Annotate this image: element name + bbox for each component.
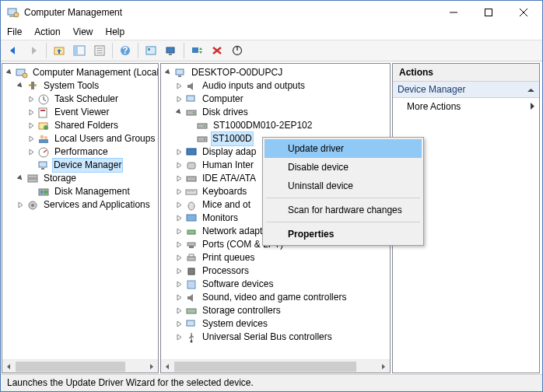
expand-icon[interactable] xyxy=(174,148,184,157)
menu-file[interactable]: File xyxy=(7,26,22,37)
tree-users[interactable]: Local Users and Groups xyxy=(53,132,156,145)
cat-printq[interactable]: Print queues xyxy=(201,251,256,264)
collapse-icon[interactable] xyxy=(16,174,25,184)
cat-sysdev[interactable]: System devices xyxy=(201,317,269,331)
show-hide-tree-button[interactable] xyxy=(70,42,89,59)
context-scan-hardware[interactable]: Scan for hardware changes xyxy=(264,201,422,219)
scrollbar-horizontal[interactable] xyxy=(161,359,390,373)
tree-systools[interactable]: System Tools xyxy=(42,79,100,93)
menu-help[interactable]: Help xyxy=(106,26,125,37)
tree-shared[interactable]: Shared Folders xyxy=(53,119,120,132)
tree-eventvwr[interactable]: Event Viewer xyxy=(53,106,110,119)
toolbar-icon-2[interactable] xyxy=(162,42,180,59)
expand-icon[interactable] xyxy=(174,82,184,91)
uninstall-button[interactable] xyxy=(208,42,226,59)
chevron-up-icon xyxy=(527,84,534,95)
cat-computer[interactable]: Computer xyxy=(201,93,245,106)
expand-icon[interactable] xyxy=(174,201,184,210)
disk-1[interactable]: ST1000DM010-2EP102 xyxy=(212,119,314,132)
expand-icon[interactable] xyxy=(174,293,184,303)
expand-icon[interactable] xyxy=(174,280,184,289)
tree-tasksched[interactable]: Task Scheduler xyxy=(53,93,120,106)
properties-button[interactable] xyxy=(90,42,109,59)
menu-action[interactable]: Action xyxy=(34,26,60,37)
context-properties[interactable]: Properties xyxy=(264,225,422,243)
device-root[interactable]: DESKTOP-O0DUPCJ xyxy=(190,66,284,79)
cat-diskdrives[interactable]: Disk drives xyxy=(201,106,250,119)
expand-icon[interactable] xyxy=(26,148,36,157)
expand-icon[interactable] xyxy=(26,108,36,117)
context-separator xyxy=(266,198,420,198)
actions-section[interactable]: Device Manager xyxy=(393,82,539,98)
cat-ide[interactable]: IDE ATA/ATA xyxy=(201,172,257,185)
expand-icon[interactable] xyxy=(26,95,36,104)
cat-mouse[interactable]: Mice and ot xyxy=(201,198,252,212)
expand-icon[interactable] xyxy=(174,227,184,236)
enable-button[interactable] xyxy=(228,42,247,59)
toolbar-icon-1[interactable] xyxy=(142,42,160,59)
back-button[interactable] xyxy=(4,42,23,59)
expand-icon[interactable] xyxy=(174,240,184,250)
expand-icon[interactable] xyxy=(26,121,36,131)
svg-rect-33 xyxy=(39,139,48,143)
expand-icon[interactable] xyxy=(174,214,184,223)
tree-services[interactable]: Services and Applications xyxy=(42,198,152,212)
scroll-right-button[interactable] xyxy=(377,360,390,373)
up-button[interactable] xyxy=(50,42,68,59)
expand-icon[interactable] xyxy=(174,161,184,170)
collapse-icon[interactable] xyxy=(163,68,173,78)
context-uninstall-device[interactable]: Uninstall device xyxy=(264,177,422,195)
expand-icon[interactable] xyxy=(26,135,36,144)
expand-icon[interactable] xyxy=(16,201,25,210)
expand-icon[interactable] xyxy=(174,333,184,342)
more-actions-item[interactable]: More Actions xyxy=(393,98,539,115)
expand-icon[interactable] xyxy=(174,95,184,104)
collapse-icon[interactable] xyxy=(16,82,25,91)
cat-sw[interactable]: Software devices xyxy=(201,278,275,291)
menubar: File Action View Help xyxy=(1,24,542,40)
tree-perf[interactable]: Performance xyxy=(53,145,110,159)
expand-icon[interactable] xyxy=(174,306,184,316)
svg-rect-20 xyxy=(192,47,198,53)
menu-view[interactable]: View xyxy=(73,26,93,37)
tree-storage[interactable]: Storage xyxy=(42,172,78,185)
expand-icon[interactable] xyxy=(174,174,184,184)
scroll-left-button[interactable] xyxy=(2,360,16,373)
cat-kbd[interactable]: Keyboards xyxy=(201,185,248,198)
cat-hid[interactable]: Human Inter xyxy=(201,159,255,172)
cat-proc[interactable]: Processors xyxy=(201,264,250,278)
tree-devmgr[interactable]: Device Manager xyxy=(52,158,123,173)
cat-audio[interactable]: Audio inputs and outputs xyxy=(201,79,307,93)
scan-hardware-button[interactable] xyxy=(187,42,206,59)
svg-rect-4 xyxy=(485,9,492,16)
disk-2[interactable]: ST1000D xyxy=(211,131,254,146)
help-button[interactable]: ? xyxy=(116,42,135,59)
minimize-button[interactable] xyxy=(436,2,471,24)
expand-icon[interactable] xyxy=(174,320,184,329)
tree-diskmgmt[interactable]: Disk Management xyxy=(53,185,131,198)
cat-usb[interactable]: Universal Serial Bus controllers xyxy=(201,331,334,344)
cat-sound[interactable]: Sound, video and game controllers xyxy=(201,291,348,304)
forward-button[interactable] xyxy=(24,42,43,59)
expand-icon[interactable] xyxy=(174,254,184,263)
context-update-driver[interactable]: Update driver xyxy=(264,139,422,158)
cat-storctrl[interactable]: Storage controllers xyxy=(201,304,282,317)
expand-icon[interactable] xyxy=(174,267,184,276)
maximize-button[interactable] xyxy=(471,2,506,24)
collapse-icon[interactable] xyxy=(174,108,184,117)
mouse-icon xyxy=(185,199,198,212)
cat-display[interactable]: Display adap xyxy=(201,145,257,159)
scrollbar-horizontal[interactable] xyxy=(2,359,158,373)
console-tree[interactable]: Computer Management (Local System Tools … xyxy=(2,64,158,214)
cat-mon[interactable]: Monitors xyxy=(201,212,240,225)
spacer xyxy=(26,187,36,197)
scroll-left-button[interactable] xyxy=(161,360,174,373)
context-disable-device[interactable]: Disable device xyxy=(264,158,422,177)
expand-icon[interactable] xyxy=(174,187,184,197)
scroll-right-button[interactable] xyxy=(145,360,158,373)
collapse-icon[interactable] xyxy=(5,68,14,78)
ide-icon xyxy=(185,173,198,185)
close-button[interactable] xyxy=(506,2,541,24)
svg-point-52 xyxy=(204,138,205,140)
tree-root[interactable]: Computer Management (Local xyxy=(31,66,159,79)
